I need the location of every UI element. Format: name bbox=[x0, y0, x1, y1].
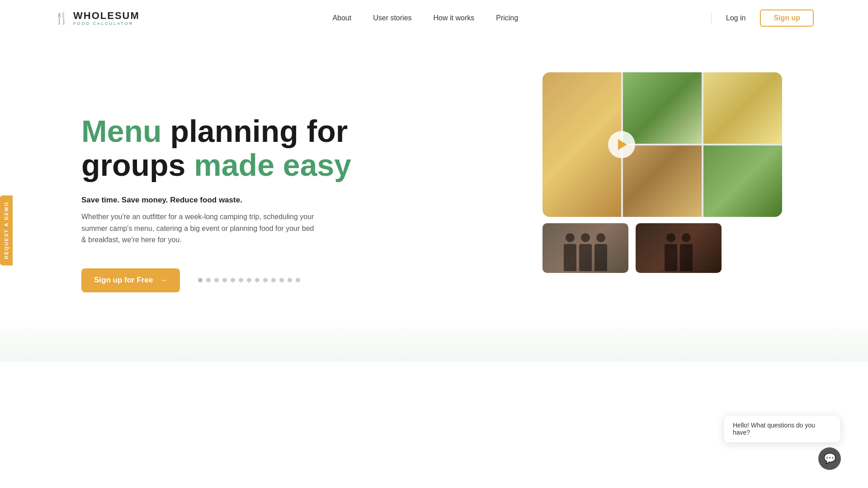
carousel-dot[interactable] bbox=[239, 278, 243, 282]
person-figure bbox=[680, 244, 693, 271]
person-figure bbox=[665, 244, 677, 271]
person-figure bbox=[564, 244, 576, 271]
hero-title-groups: groups bbox=[81, 148, 194, 182]
hero-subtitle-text: Whether you're an outfitter for a week-l… bbox=[81, 211, 316, 246]
hero-title-made-easy: made easy bbox=[194, 148, 351, 182]
hero-title-menu: Menu bbox=[81, 114, 162, 148]
carousel-dot[interactable] bbox=[214, 278, 219, 282]
chat-icon-button[interactable]: 💬 bbox=[818, 447, 841, 470]
carousel-dot[interactable] bbox=[222, 278, 227, 282]
nav-about[interactable]: About bbox=[332, 14, 351, 22]
carousel-dot[interactable] bbox=[271, 278, 276, 282]
chat-bubble: Hello! What questions do you have? bbox=[723, 415, 841, 443]
logo-sub-text: FOOD CALCULATOR bbox=[73, 22, 140, 26]
signup-button[interactable]: Sign up bbox=[760, 9, 814, 27]
carousel-dot[interactable] bbox=[206, 278, 211, 282]
logo-main-text: WHOLESUM bbox=[73, 11, 140, 21]
thumbnail-1[interactable] bbox=[542, 223, 628, 273]
thumbnail-row bbox=[542, 223, 796, 273]
login-link[interactable]: Log in bbox=[726, 14, 746, 22]
request-demo-button[interactable]: REQUEST A DEMO bbox=[0, 195, 13, 265]
nav-user-stories[interactable]: User stories bbox=[373, 14, 411, 22]
food-cell-5 bbox=[703, 145, 782, 217]
play-button[interactable] bbox=[608, 131, 635, 158]
thumb-people-2 bbox=[636, 223, 722, 273]
chat-bubble-text: Hello! What questions do you have? bbox=[733, 422, 815, 436]
thumbnail-2[interactable] bbox=[636, 223, 722, 273]
nav-right: Log in Sign up bbox=[711, 9, 814, 27]
hero-content: Menu planning for groups made easy Save … bbox=[81, 114, 353, 292]
carousel-dot[interactable] bbox=[198, 278, 203, 282]
carousel-dot[interactable] bbox=[231, 278, 235, 282]
cta-arrow-icon: → bbox=[159, 276, 167, 285]
logo-icon: 🍴 bbox=[54, 11, 69, 25]
food-cell-2 bbox=[703, 72, 782, 144]
navbar: 🍴 WHOLESUM FOOD CALCULATOR About User st… bbox=[0, 0, 868, 36]
person-figure bbox=[594, 244, 607, 271]
hero-subtitle-bold: Save time. Save money. Reduce food waste… bbox=[81, 196, 353, 205]
carousel-dot[interactable] bbox=[288, 278, 292, 282]
nav-pricing[interactable]: Pricing bbox=[496, 14, 518, 22]
chat-icon: 💬 bbox=[824, 453, 836, 465]
carousel-dot[interactable] bbox=[279, 278, 284, 282]
carousel-dot[interactable] bbox=[263, 278, 268, 282]
demo-sidebar-container: REQUEST A DEMO bbox=[0, 195, 13, 267]
signup-free-label: Sign up for Free bbox=[94, 276, 153, 285]
person-figure bbox=[579, 244, 592, 271]
signup-free-button[interactable]: Sign up for Free → bbox=[81, 268, 180, 292]
food-cell-4 bbox=[623, 145, 702, 217]
hero-image-area bbox=[542, 72, 796, 334]
carousel-dots bbox=[198, 278, 300, 282]
food-cell-1 bbox=[623, 72, 702, 144]
hero-title-planning: planning for bbox=[162, 114, 348, 148]
hero-section: Menu planning for groups made easy Save … bbox=[0, 36, 868, 361]
carousel-dot[interactable] bbox=[255, 278, 259, 282]
food-collage bbox=[542, 72, 782, 217]
nav-menu: About User stories How it works Pricing bbox=[332, 14, 518, 22]
hero-title: Menu planning for groups made easy bbox=[81, 114, 353, 182]
carousel-dot[interactable] bbox=[247, 278, 251, 282]
nav-how-it-works[interactable]: How it works bbox=[434, 14, 475, 22]
play-icon bbox=[618, 139, 627, 150]
logo[interactable]: 🍴 WHOLESUM FOOD CALCULATOR bbox=[54, 11, 140, 26]
cta-area: Sign up for Free → bbox=[81, 268, 353, 292]
thumb-people-1 bbox=[542, 223, 628, 273]
nav-divider bbox=[711, 12, 712, 24]
carousel-dot[interactable] bbox=[296, 278, 300, 282]
